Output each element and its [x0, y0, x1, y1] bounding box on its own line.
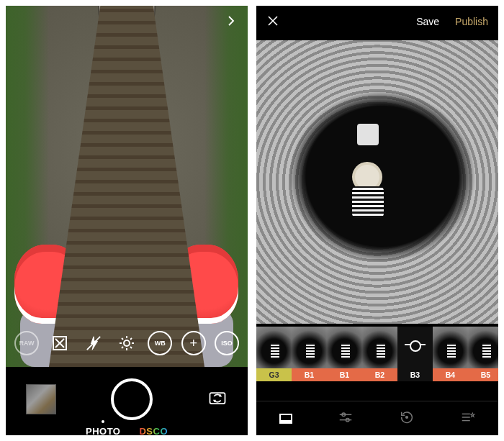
filter-b1-1[interactable]: B1	[292, 327, 327, 381]
svg-line-10	[122, 338, 123, 340]
tab-history[interactable]	[399, 409, 415, 428]
filter-label: G3	[256, 368, 292, 381]
svg-point-5	[124, 340, 130, 346]
filter-label: B2	[362, 368, 397, 381]
publish-button[interactable]: Publish	[455, 16, 488, 27]
filter-b5-6[interactable]: B5	[468, 327, 498, 381]
grid-close-toggle[interactable]	[46, 329, 73, 357]
filter-g3-0[interactable]: G3	[256, 327, 292, 381]
filter-label: B3	[397, 368, 433, 381]
camera-bottom-bar: PHOTO DSCO	[6, 367, 248, 435]
filter-intensity-knob[interactable]	[405, 344, 426, 345]
viewfinder-bottom-controls: RAW	[6, 322, 248, 367]
tab-favorites[interactable]	[460, 409, 476, 428]
image-subject	[352, 165, 384, 237]
mode-dsco[interactable]: DSCO	[139, 426, 168, 435]
editor-image-preview[interactable]	[256, 40, 498, 324]
filter-label: B1	[327, 368, 362, 381]
save-button[interactable]: Save	[416, 16, 439, 27]
editor-tabs	[256, 401, 498, 435]
viewfinder-top-controls	[6, 6, 248, 39]
svg-marker-25	[470, 413, 474, 417]
focus-toggle[interactable]: +	[180, 329, 207, 357]
filter-label: B4	[433, 368, 468, 381]
svg-line-13	[122, 347, 123, 348]
filter-b4-5[interactable]: B4	[433, 327, 468, 381]
svg-point-21	[405, 416, 408, 418]
presets-icon	[279, 414, 292, 424]
filter-strip[interactable]: G3B1B1B2B3B4B5B6	[256, 327, 498, 381]
shutter-button[interactable]	[111, 378, 153, 420]
raw-icon: RAW	[14, 331, 39, 355]
next-chevron-icon[interactable]	[225, 14, 238, 30]
gallery-thumbnail[interactable]	[26, 384, 56, 414]
plus-icon: +	[181, 331, 206, 355]
flash-toggle[interactable]	[80, 329, 107, 357]
filter-label: B5	[468, 368, 498, 381]
svg-line-12	[130, 338, 132, 340]
raw-toggle[interactable]: RAW	[13, 329, 40, 357]
list-star-icon	[460, 409, 476, 425]
iso-toggle[interactable]: ISO	[213, 329, 240, 357]
filter-b1-2[interactable]: B1	[327, 327, 362, 381]
white-balance-toggle[interactable]: WB	[146, 329, 174, 357]
image-subject-legs	[357, 124, 379, 145]
camera-switch-button[interactable]	[207, 388, 228, 411]
wb-icon: WB	[148, 331, 172, 355]
filter-b3-4[interactable]: B3	[397, 327, 433, 381]
filter-b2-3[interactable]: B2	[362, 327, 397, 381]
editor-screen: Save Publish G3B1B1B2B3B4B5B6	[256, 6, 498, 435]
viewfinder[interactable]: RAW	[6, 6, 248, 367]
history-icon	[399, 409, 415, 425]
mode-selector: PHOTO DSCO	[6, 420, 248, 435]
iso-icon: ISO	[215, 331, 239, 355]
mode-photo[interactable]: PHOTO	[86, 426, 121, 435]
filter-label: B1	[292, 368, 327, 381]
viewfinder-scene	[6, 6, 248, 367]
close-button[interactable]	[266, 14, 279, 29]
editor-top-bar: Save Publish	[256, 6, 498, 37]
brightness-toggle[interactable]	[113, 329, 140, 357]
tab-adjust[interactable]	[338, 409, 354, 428]
svg-line-11	[130, 347, 132, 348]
camera-screen: RAW	[6, 6, 248, 435]
sliders-icon	[338, 409, 354, 425]
tab-presets[interactable]	[279, 414, 292, 424]
